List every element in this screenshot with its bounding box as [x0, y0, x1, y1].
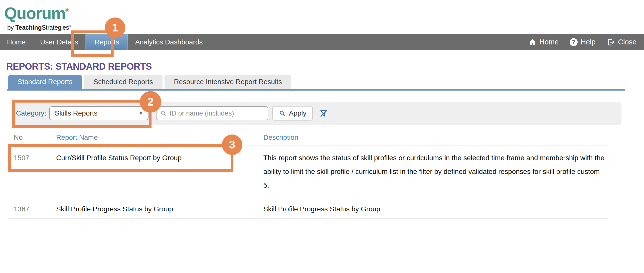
nav-home-label: Home	[540, 38, 559, 46]
top-navbar: Home User Details Reports Analytics Dash…	[0, 34, 644, 50]
logo-text: Quorum	[4, 4, 66, 22]
category-selected-value: Skills Reports	[55, 109, 97, 117]
apply-search-icon	[279, 110, 286, 117]
navbar-right: Home ? Help Close	[528, 34, 644, 50]
table-row-1367[interactable]: 1367 Skill Profile Progress Status by Gr…	[8, 200, 608, 218]
quorum-logo: Quorum®	[4, 2, 71, 22]
report-tabs: Standard Reports Scheduled Reports Resou…	[8, 75, 291, 89]
table-header-row: No Report Name Description	[8, 130, 608, 146]
filter-bar: Category: Skills Reports ▼ Apply	[12, 102, 621, 124]
report-search-box	[156, 106, 268, 120]
navbar-left: Home User Details Reports Analytics Dash…	[0, 34, 210, 50]
nav-home-link[interactable]: Home	[528, 38, 559, 46]
nav-close-label: Close	[618, 38, 636, 46]
search-input[interactable]	[170, 110, 264, 117]
report-no: 1507	[8, 151, 56, 192]
logo-registered-mark: ®	[66, 8, 69, 13]
quorum-reports-page: Quorum® by TeachingStrategies® Home User…	[0, 0, 644, 273]
home-icon	[528, 38, 536, 46]
apply-button[interactable]: Apply	[272, 106, 313, 120]
tab-standard-reports[interactable]: Standard Reports	[8, 75, 82, 89]
tab-scheduled-reports[interactable]: Scheduled Reports	[84, 75, 162, 89]
tab-underline	[7, 89, 625, 90]
byline-by: by	[7, 24, 15, 31]
column-header-description[interactable]: Description	[263, 134, 608, 142]
brand-block: Quorum® by TeachingStrategies®	[4, 2, 71, 31]
table-row-1507[interactable]: 1507 Curr/Skill Profile Status Report by…	[8, 146, 608, 200]
byline-strategies: Strategies	[42, 24, 69, 31]
page-title: REPORTS: STANDARD REPORTS	[6, 62, 152, 72]
report-name[interactable]: Curr/Skill Profile Status Report by Grou…	[56, 151, 263, 192]
nav-help-link[interactable]: ? Help	[570, 38, 596, 46]
apply-label: Apply	[289, 109, 306, 117]
report-description: This report shows the status of skill pr…	[263, 151, 608, 192]
report-description: Skill Profile Progress Status by Group	[263, 205, 608, 213]
category-dropdown[interactable]: Skills Reports ▼	[49, 106, 148, 120]
nav-item-analytics-dashboards[interactable]: Analytics Dashboards	[128, 34, 210, 50]
nav-item-user-details[interactable]: User Details	[33, 34, 86, 50]
nav-item-home[interactable]: Home	[0, 34, 33, 50]
report-no: 1367	[8, 205, 56, 213]
search-icon	[160, 110, 167, 117]
byline-teaching: Teaching	[15, 24, 42, 31]
column-header-no[interactable]: No	[8, 134, 56, 142]
nav-close-link[interactable]: Close	[606, 38, 636, 46]
clear-filter-icon[interactable]	[319, 109, 328, 118]
tab-resource-intensive-report-results[interactable]: Resource Intensive Report Results	[164, 75, 292, 89]
report-name[interactable]: Skill Profile Progress Status by Group	[56, 205, 263, 213]
brand-byline: by TeachingStrategies®	[7, 24, 71, 31]
category-label: Category:	[16, 109, 46, 117]
standard-reports-table: No Report Name Description 1507 Curr/Ski…	[8, 130, 608, 218]
nav-help-label: Help	[580, 38, 596, 46]
help-icon: ?	[570, 38, 578, 46]
byline-registered-mark: ®	[69, 24, 72, 28]
close-icon	[606, 38, 615, 46]
nav-item-reports[interactable]: Reports	[86, 34, 128, 50]
column-header-report-name[interactable]: Report Name	[56, 134, 263, 142]
chevron-down-icon: ▼	[139, 111, 143, 116]
